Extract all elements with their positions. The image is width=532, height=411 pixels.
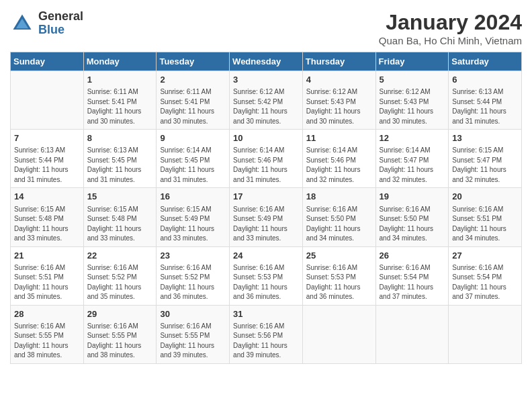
day-info: Sunrise: 6:16 AMSunset: 5:55 PMDaylight:… (14, 322, 80, 361)
day-cell: 30Sunrise: 6:16 AMSunset: 5:55 PMDayligh… (157, 305, 230, 363)
day-cell: 25Sunrise: 6:16 AMSunset: 5:53 PMDayligh… (302, 246, 375, 305)
day-number: 5 (380, 74, 445, 86)
day-number: 20 (452, 191, 518, 203)
day-number: 12 (380, 132, 445, 144)
day-number: 29 (87, 308, 153, 320)
header-row: SundayMondayTuesdayWednesdayThursdayFrid… (11, 52, 522, 71)
day-cell: 27Sunrise: 6:16 AMSunset: 5:54 PMDayligh… (449, 246, 522, 305)
logo-text: General Blue (38, 10, 83, 37)
week-row-2: 7Sunrise: 6:13 AMSunset: 5:44 PMDaylight… (11, 130, 522, 188)
day-number: 22 (87, 250, 153, 262)
day-cell: 2Sunrise: 6:11 AMSunset: 5:41 PMDaylight… (157, 71, 230, 130)
day-cell: 10Sunrise: 6:14 AMSunset: 5:46 PMDayligh… (230, 130, 303, 188)
main-title: January 2024 (379, 10, 522, 35)
day-number: 10 (233, 132, 299, 144)
week-row-4: 21Sunrise: 6:16 AMSunset: 5:51 PMDayligh… (11, 246, 522, 305)
day-cell: 4Sunrise: 6:12 AMSunset: 5:43 PMDaylight… (302, 71, 375, 130)
day-number: 25 (306, 250, 372, 262)
day-number: 23 (160, 250, 226, 262)
day-number: 9 (160, 132, 226, 144)
day-cell: 11Sunrise: 6:14 AMSunset: 5:46 PMDayligh… (302, 130, 375, 188)
day-info: Sunrise: 6:16 AMSunset: 5:50 PMDaylight:… (306, 205, 372, 244)
day-info: Sunrise: 6:14 AMSunset: 5:46 PMDaylight:… (233, 146, 299, 185)
day-cell: 19Sunrise: 6:16 AMSunset: 5:50 PMDayligh… (375, 188, 449, 246)
day-number: 24 (233, 250, 299, 262)
day-cell: 13Sunrise: 6:15 AMSunset: 5:47 PMDayligh… (449, 130, 522, 188)
day-cell: 26Sunrise: 6:16 AMSunset: 5:54 PMDayligh… (375, 246, 449, 305)
day-cell: 22Sunrise: 6:16 AMSunset: 5:52 PMDayligh… (83, 246, 157, 305)
day-number: 14 (14, 191, 80, 203)
col-header-tuesday: Tuesday (157, 52, 230, 71)
day-info: Sunrise: 6:13 AMSunset: 5:44 PMDaylight:… (14, 146, 80, 185)
day-number: 30 (160, 308, 226, 320)
logo-icon (10, 11, 34, 36)
day-cell: 18Sunrise: 6:16 AMSunset: 5:50 PMDayligh… (302, 188, 375, 246)
day-info: Sunrise: 6:16 AMSunset: 5:51 PMDaylight:… (452, 205, 518, 244)
day-cell: 16Sunrise: 6:15 AMSunset: 5:49 PMDayligh… (157, 188, 230, 246)
day-cell: 7Sunrise: 6:13 AMSunset: 5:44 PMDaylight… (11, 130, 84, 188)
day-info: Sunrise: 6:15 AMSunset: 5:48 PMDaylight:… (14, 205, 80, 244)
day-number: 8 (87, 132, 153, 144)
day-info: Sunrise: 6:16 AMSunset: 5:53 PMDaylight:… (306, 263, 372, 302)
day-cell (449, 305, 522, 363)
day-cell (11, 71, 84, 130)
day-number: 3 (233, 74, 299, 86)
calendar-table: SundayMondayTuesdayWednesdayThursdayFrid… (10, 52, 522, 364)
day-cell: 29Sunrise: 6:16 AMSunset: 5:55 PMDayligh… (83, 305, 157, 363)
day-info: Sunrise: 6:12 AMSunset: 5:42 PMDaylight:… (233, 87, 299, 126)
day-info: Sunrise: 6:16 AMSunset: 5:56 PMDaylight:… (233, 322, 299, 361)
day-number: 11 (306, 132, 372, 144)
day-number: 6 (452, 74, 518, 86)
day-cell: 23Sunrise: 6:16 AMSunset: 5:52 PMDayligh… (157, 246, 230, 305)
day-info: Sunrise: 6:11 AMSunset: 5:41 PMDaylight:… (160, 87, 226, 126)
day-cell: 3Sunrise: 6:12 AMSunset: 5:42 PMDaylight… (230, 71, 303, 130)
day-number: 2 (160, 74, 226, 86)
day-number: 16 (160, 191, 226, 203)
day-cell: 14Sunrise: 6:15 AMSunset: 5:48 PMDayligh… (11, 188, 84, 246)
week-row-1: 1Sunrise: 6:11 AMSunset: 5:41 PMDaylight… (11, 71, 522, 130)
title-block: January 2024 Quan Ba, Ho Chi Minh, Vietn… (379, 10, 522, 46)
day-info: Sunrise: 6:16 AMSunset: 5:54 PMDaylight:… (380, 263, 445, 302)
day-cell: 24Sunrise: 6:16 AMSunset: 5:53 PMDayligh… (230, 246, 303, 305)
week-row-3: 14Sunrise: 6:15 AMSunset: 5:48 PMDayligh… (11, 188, 522, 246)
day-number: 1 (87, 74, 153, 86)
day-cell: 31Sunrise: 6:16 AMSunset: 5:56 PMDayligh… (230, 305, 303, 363)
day-info: Sunrise: 6:13 AMSunset: 5:45 PMDaylight:… (87, 146, 153, 185)
day-number: 27 (452, 250, 518, 262)
col-header-wednesday: Wednesday (230, 52, 303, 71)
day-number: 13 (452, 132, 518, 144)
day-cell: 12Sunrise: 6:14 AMSunset: 5:47 PMDayligh… (375, 130, 449, 188)
day-cell: 5Sunrise: 6:12 AMSunset: 5:43 PMDaylight… (375, 71, 449, 130)
day-number: 28 (14, 308, 80, 320)
day-info: Sunrise: 6:16 AMSunset: 5:55 PMDaylight:… (87, 322, 153, 361)
day-number: 18 (306, 191, 372, 203)
col-header-sunday: Sunday (11, 52, 84, 71)
day-info: Sunrise: 6:16 AMSunset: 5:52 PMDaylight:… (160, 263, 226, 302)
day-cell: 28Sunrise: 6:16 AMSunset: 5:55 PMDayligh… (11, 305, 84, 363)
day-cell: 6Sunrise: 6:13 AMSunset: 5:44 PMDaylight… (449, 71, 522, 130)
day-info: Sunrise: 6:11 AMSunset: 5:41 PMDaylight:… (87, 87, 153, 126)
day-info: Sunrise: 6:15 AMSunset: 5:49 PMDaylight:… (160, 205, 226, 244)
day-number: 31 (233, 308, 299, 320)
day-cell: 20Sunrise: 6:16 AMSunset: 5:51 PMDayligh… (449, 188, 522, 246)
col-header-thursday: Thursday (302, 52, 375, 71)
day-info: Sunrise: 6:15 AMSunset: 5:48 PMDaylight:… (87, 205, 153, 244)
day-cell: 9Sunrise: 6:14 AMSunset: 5:45 PMDaylight… (157, 130, 230, 188)
logo-general: General (38, 10, 83, 24)
day-number: 7 (14, 132, 80, 144)
day-cell (302, 305, 375, 363)
day-info: Sunrise: 6:16 AMSunset: 5:52 PMDaylight:… (87, 263, 153, 302)
day-info: Sunrise: 6:16 AMSunset: 5:53 PMDaylight:… (233, 263, 299, 302)
day-cell (375, 305, 449, 363)
day-cell: 17Sunrise: 6:16 AMSunset: 5:49 PMDayligh… (230, 188, 303, 246)
day-cell: 21Sunrise: 6:16 AMSunset: 5:51 PMDayligh… (11, 246, 84, 305)
day-cell: 15Sunrise: 6:15 AMSunset: 5:48 PMDayligh… (83, 188, 157, 246)
col-header-saturday: Saturday (449, 52, 522, 71)
day-number: 17 (233, 191, 299, 203)
day-info: Sunrise: 6:16 AMSunset: 5:55 PMDaylight:… (160, 322, 226, 361)
col-header-monday: Monday (83, 52, 157, 71)
day-info: Sunrise: 6:16 AMSunset: 5:51 PMDaylight:… (14, 263, 80, 302)
day-number: 4 (306, 74, 372, 86)
logo: General Blue (10, 10, 83, 37)
day-number: 15 (87, 191, 153, 203)
